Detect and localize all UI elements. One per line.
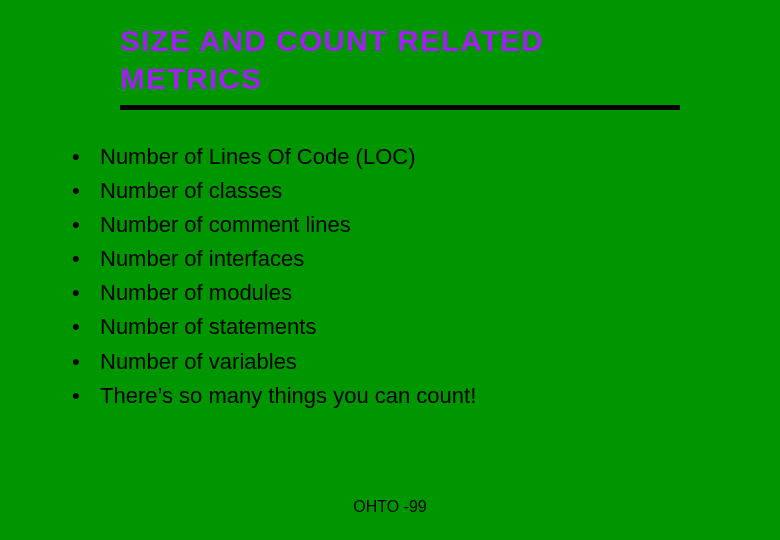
list-item: Number of variables — [70, 345, 710, 379]
list-item: Number of statements — [70, 310, 710, 344]
title-underline — [120, 105, 680, 110]
list-item-text: Number of interfaces — [100, 246, 304, 271]
slide-footer: OHTO -99 — [0, 498, 780, 516]
list-item: There’s so many things you can count! — [70, 379, 710, 413]
list-item: Number of Lines Of Code (LOC) — [70, 140, 710, 174]
list-item: Number of interfaces — [70, 242, 710, 276]
list-item-text: Number of variables — [100, 349, 297, 374]
list-item-text: Number of modules — [100, 280, 292, 305]
title-block: SIZE AND COUNT RELATED METRICS — [120, 22, 680, 110]
list-item: Number of modules — [70, 276, 710, 310]
list-item-text: Number of statements — [100, 314, 316, 339]
list-item: Number of comment lines — [70, 208, 710, 242]
list-item-text: Number of classes — [100, 178, 282, 203]
slide-title: SIZE AND COUNT RELATED METRICS — [120, 22, 680, 97]
list-item: Number of classes — [70, 174, 710, 208]
bullet-list: Number of Lines Of Code (LOC) Number of … — [70, 140, 710, 413]
list-item-text: Number of Lines Of Code (LOC) — [100, 144, 415, 169]
list-item-text: Number of comment lines — [100, 212, 351, 237]
slide: SIZE AND COUNT RELATED METRICS Number of… — [0, 0, 780, 540]
list-item-text: There’s so many things you can count! — [100, 383, 476, 408]
